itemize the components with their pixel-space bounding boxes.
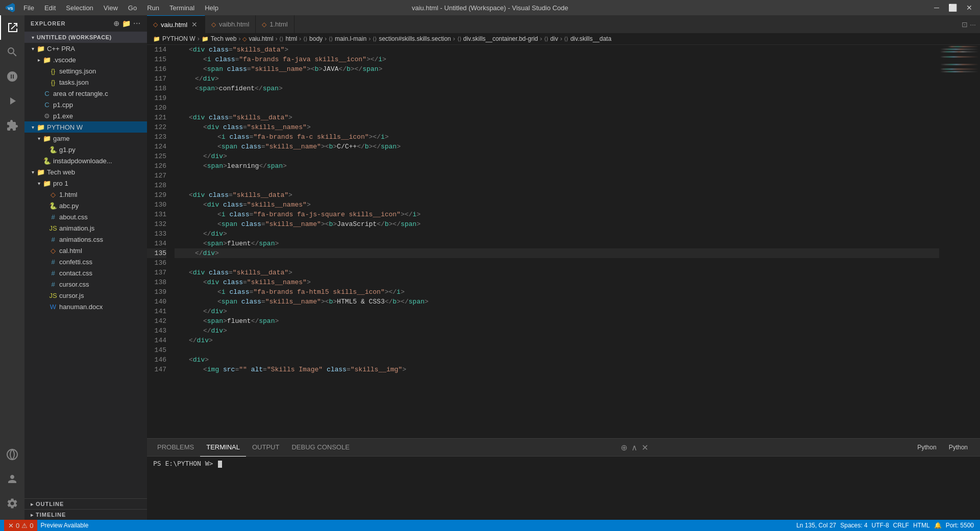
panel-up-button[interactable]: ∧: [631, 443, 638, 452]
file-instadp[interactable]: ▸ 🐍 instadpdownloade...: [24, 155, 147, 166]
python-label-1[interactable]: Python: [913, 443, 940, 452]
menu-view[interactable]: View: [100, 3, 122, 13]
terminal-labels: Python Python: [913, 443, 976, 452]
file-hanuman-docx[interactable]: ▸ W hanuman.docx: [24, 301, 147, 312]
instadp-label: instadpdownloade...: [53, 157, 112, 165]
line-126: <span>learning</span>: [175, 161, 939, 171]
breadcrumb-pythonw[interactable]: PYTHON W: [162, 35, 195, 42]
folder-pythonw[interactable]: ▾ 📁 PYTHON W: [24, 121, 147, 133]
status-bell[interactable]: 🔔: [932, 522, 944, 529]
tab-debug-console[interactable]: DEBUG CONSOLE: [285, 439, 355, 457]
new-file-button[interactable]: ⊕: [113, 19, 120, 28]
file-confetti-css[interactable]: ▸ # confetti.css: [24, 256, 147, 267]
more-tab-actions[interactable]: ···: [970, 20, 976, 29]
tab-output[interactable]: OUTPUT: [246, 439, 285, 457]
tab-vaiu-html[interactable]: ◇ vaiu.html ✕: [147, 15, 205, 33]
minimize-button[interactable]: ─: [932, 4, 942, 12]
activity-explorer[interactable]: [0, 15, 24, 40]
breadcrumb-html[interactable]: html: [285, 35, 297, 42]
breadcrumb-vaiu[interactable]: vaiu.html: [249, 35, 273, 42]
folder-game[interactable]: ▾ 📁 game: [24, 133, 147, 144]
animations-css-label: animations.css: [59, 236, 103, 243]
breadcrumb-skills-data[interactable]: div.skills__data: [570, 35, 611, 42]
explorer-tree: ▾ UNTITLED (WORKSPACE) ▾ 📁 C++ PRA ▸ 📁 .…: [24, 32, 147, 498]
status-errors[interactable]: ✕ 0 ⚠ 0: [4, 520, 37, 531]
status-spaces[interactable]: Spaces: 4: [838, 522, 869, 529]
cursor-js-label: cursor.js: [59, 292, 84, 299]
workspace-root[interactable]: ▾ UNTITLED (WORKSPACE): [24, 32, 147, 43]
activity-search[interactable]: [0, 40, 24, 64]
menu-run[interactable]: Run: [143, 3, 163, 13]
breadcrumb-section[interactable]: section#skills.skills.section: [379, 35, 451, 42]
breadcrumb-body[interactable]: body: [309, 35, 323, 42]
tab-1-html[interactable]: ◇ 1.html: [256, 15, 294, 33]
folder-vscode-icon: 📁: [43, 56, 51, 64]
new-folder-button[interactable]: 📁: [122, 19, 131, 28]
split-editor-button[interactable]: ⊡: [962, 20, 968, 29]
add-terminal-button[interactable]: ⊕: [621, 443, 627, 452]
folder-vscode[interactable]: ▸ 📁 .vscode: [24, 54, 147, 65]
file-cal-html[interactable]: ▸ ◇ cal.html: [24, 245, 147, 256]
file-cursor-js[interactable]: ▸ JS cursor.js: [24, 290, 147, 301]
activity-remote[interactable]: [0, 442, 24, 467]
panel: PROBLEMS TERMINAL OUTPUT DEBUG CONSOLE ⊕…: [147, 438, 980, 520]
status-port[interactable]: Port: 5500: [944, 522, 976, 529]
menu-selection[interactable]: Selection: [62, 3, 97, 13]
breadcrumb-techweb[interactable]: Tech web: [211, 35, 237, 42]
outline-header[interactable]: ▸ OUTLINE: [24, 499, 147, 509]
activity-run[interactable]: [0, 89, 24, 113]
status-position[interactable]: Ln 135, Col 27: [794, 522, 838, 529]
file-settings-json[interactable]: ▸ {} settings.json: [24, 65, 147, 77]
file-animations-css[interactable]: ▸ # animations.css: [24, 234, 147, 245]
activity-accounts[interactable]: [0, 467, 24, 491]
maximize-button[interactable]: ⬜: [946, 4, 960, 12]
close-button[interactable]: ✕: [964, 4, 975, 12]
menu-go[interactable]: Go: [124, 3, 141, 13]
folder-techweb[interactable]: ▾ 📁 Tech web: [24, 166, 147, 178]
status-language[interactable]: HTML: [911, 522, 932, 529]
file-animation-js[interactable]: ▸ JS animation.js: [24, 222, 147, 234]
file-p1-cpp[interactable]: ▸ C p1.cpp: [24, 99, 147, 110]
folder-pro1[interactable]: ▾ 📁 pro 1: [24, 178, 147, 189]
menu-help[interactable]: Help: [201, 3, 223, 13]
activity-source-control[interactable]: [0, 64, 24, 89]
file-about-css[interactable]: ▸ # about.css: [24, 211, 147, 222]
file-area-rectangle[interactable]: ▸ C area of rectangle.c: [24, 88, 147, 99]
status-preview[interactable]: Preview Available: [38, 522, 90, 529]
breadcrumb-sep6: ›: [369, 35, 371, 42]
file-g1-py[interactable]: ▸ 🐍 g1.py: [24, 144, 147, 155]
file-tasks-json[interactable]: ▸ {} tasks.json: [24, 77, 147, 88]
breadcrumb-main[interactable]: main.l-main: [335, 35, 366, 42]
breadcrumb-container[interactable]: div.skills__container.bd-grid: [463, 35, 538, 42]
tab-vaiu-close[interactable]: ✕: [190, 19, 199, 30]
status-line-ending[interactable]: CRLF: [891, 522, 911, 529]
file-abc-py[interactable]: ▸ 🐍 abc.py: [24, 200, 147, 211]
status-right: Ln 135, Col 27 Spaces: 4 UTF-8 CRLF HTML…: [794, 522, 976, 529]
status-encoding[interactable]: UTF-8: [870, 522, 891, 529]
file-cursor-css[interactable]: ▸ # cursor.css: [24, 279, 147, 290]
more-actions-button[interactable]: ···: [133, 19, 141, 28]
tab-terminal[interactable]: TERMINAL: [200, 439, 246, 457]
menu-file[interactable]: File: [19, 3, 38, 13]
terminal-content[interactable]: PS E:\PYTHON W>: [147, 457, 980, 520]
breadcrumb-div[interactable]: div: [550, 35, 558, 42]
activity-extensions[interactable]: [0, 113, 24, 138]
timeline-header[interactable]: ▸ TIMELINE: [24, 510, 147, 520]
tab-vaibh-html[interactable]: ◇ vaibh.html: [205, 15, 256, 33]
file-contact-css[interactable]: ▸ # contact.css: [24, 267, 147, 279]
p1-cpp-label: p1.cpp: [53, 101, 73, 109]
file-1-html[interactable]: ▸ ◇ 1.html: [24, 189, 147, 200]
code-editor[interactable]: 114 115 116 117 118 119 120 121 122 123 …: [147, 45, 939, 438]
activity-settings[interactable]: [0, 491, 24, 516]
folder-cpppra[interactable]: ▾ 📁 C++ PRA: [24, 43, 147, 54]
line-142: <span>fluent</span>: [175, 316, 939, 326]
file-p1-exe[interactable]: ▸ ⚙ p1.exe: [24, 110, 147, 121]
tab-1html-label: 1.html: [270, 20, 287, 28]
panel-close-button[interactable]: ✕: [642, 443, 648, 452]
python-label-2[interactable]: Python: [945, 443, 972, 452]
menu-terminal[interactable]: Terminal: [165, 3, 199, 13]
menu-edit[interactable]: Edit: [40, 3, 60, 13]
code-content[interactable]: <div class="skills_data"> <i class="fa-b…: [173, 45, 939, 438]
tab-problems[interactable]: PROBLEMS: [151, 439, 200, 457]
js-icon-cursor: JS: [49, 291, 57, 299]
